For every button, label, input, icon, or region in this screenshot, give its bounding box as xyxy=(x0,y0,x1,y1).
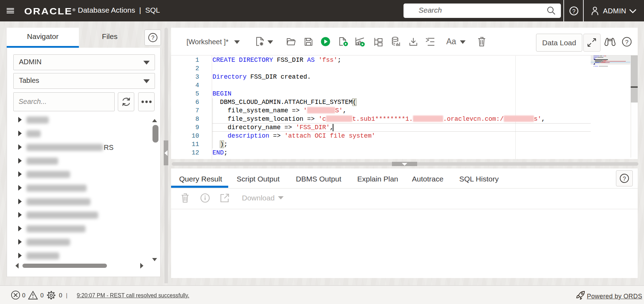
svg-text:?: ? xyxy=(151,35,155,41)
svg-text:?: ? xyxy=(623,176,626,182)
svg-text:?: ? xyxy=(572,8,576,14)
svg-text:?: ? xyxy=(625,39,628,46)
